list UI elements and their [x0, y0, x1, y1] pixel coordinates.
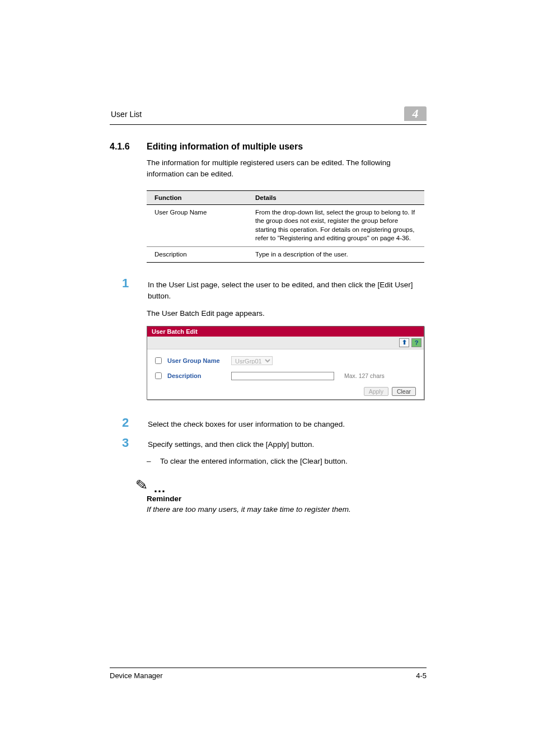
step-number: 1 — [122, 276, 133, 291]
checkbox-user-group-name[interactable] — [155, 357, 162, 364]
col-header-details: Details — [247, 190, 424, 204]
footer-left: Device Manager — [110, 671, 163, 680]
select-user-group-name[interactable]: UsrGrp01 — [231, 356, 273, 365]
section-number: 4.1.6 — [110, 142, 135, 152]
table-header-row: Function Details — [147, 190, 424, 204]
section-heading: 4.1.6 Editing information of multiple us… — [110, 142, 427, 152]
panel-body: User Group Name UsrGrp01 Description Max… — [147, 349, 424, 399]
input-description[interactable] — [231, 372, 334, 380]
dash-bullet: – — [147, 456, 152, 467]
step-number: 3 — [122, 436, 133, 450]
running-header-title: User List — [110, 110, 142, 121]
reminder-icon-row: ✎ … — [135, 478, 427, 492]
step-text: Select the check boxes for user informat… — [148, 419, 427, 430]
footer-rule — [110, 668, 427, 668]
step-1-subtext: The User Batch Edit page appears. — [147, 308, 427, 319]
cell-details: From the drop-down list, select the grou… — [247, 204, 424, 246]
reminder-heading: Reminder — [147, 494, 427, 503]
function-details-table: Function Details User Group Name From th… — [147, 190, 424, 263]
hint-max-chars: Max. 127 chars — [344, 372, 385, 379]
table-row: User Group Name From the drop-down list,… — [147, 204, 424, 246]
chapter-number-badge: 4 — [404, 106, 427, 121]
panel-title: User Batch Edit — [147, 326, 424, 337]
checkbox-description[interactable] — [155, 372, 162, 379]
step-3-substep: – To clear the entered information, clic… — [147, 456, 427, 467]
step-number: 2 — [122, 416, 133, 430]
table-row: Description Type in a description of the… — [147, 246, 424, 263]
page-footer: Device Manager 4-5 — [110, 668, 427, 680]
step-3-substep-text: To clear the entered information, click … — [160, 456, 348, 467]
ellipsis-icon: … — [153, 487, 168, 492]
row-user-group-name: User Group Name UsrGrp01 — [155, 356, 416, 365]
apply-button[interactable]: Apply — [364, 387, 388, 396]
step-text: In the User List page, select the user t… — [148, 279, 427, 302]
header-rule — [110, 124, 427, 125]
step-3: 3 Specify settings, and then click the [… — [122, 436, 427, 450]
section-intro-text: The information for multiple registered … — [147, 157, 427, 180]
row-description: Description Max. 127 chars — [155, 372, 416, 380]
pencil-icon: ✎ — [135, 477, 148, 493]
cell-function: Description — [147, 246, 247, 263]
panel-toolbar: ⬆ ? — [147, 337, 424, 349]
reminder-text: If there are too many users, it may take… — [147, 504, 427, 515]
col-header-function: Function — [147, 190, 247, 204]
step-text: Specify settings, and then click the [Ap… — [148, 439, 427, 450]
step-2: 2 Select the check boxes for user inform… — [122, 416, 427, 430]
label-description: Description — [167, 372, 226, 379]
section-title: Editing information of multiple users — [147, 142, 303, 152]
panel-footer: Apply Clear — [155, 387, 416, 396]
help-icon[interactable]: ? — [411, 338, 421, 347]
user-batch-edit-panel: User Batch Edit ⬆ ? User Group Name UsrG… — [147, 326, 424, 400]
footer-page-number: 4-5 — [416, 671, 427, 680]
running-header: User List 4 — [110, 106, 427, 121]
cell-details: Type in a description of the user. — [247, 246, 424, 263]
label-user-group-name: User Group Name — [167, 357, 226, 364]
cell-function: User Group Name — [147, 204, 247, 246]
step-1: 1 In the User List page, select the user… — [122, 276, 427, 302]
clear-button[interactable]: Clear — [392, 387, 416, 396]
up-icon[interactable]: ⬆ — [399, 338, 409, 347]
